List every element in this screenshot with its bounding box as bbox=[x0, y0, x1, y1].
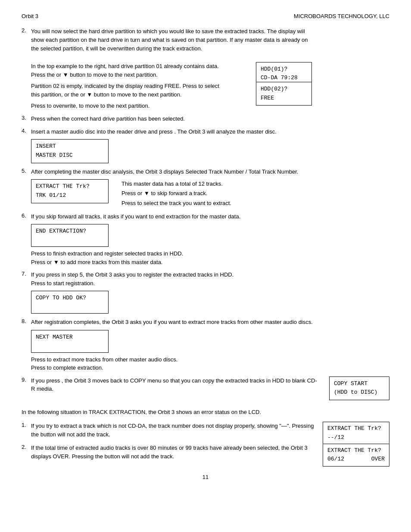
lcd-copy-hdd-line1: COPY TO HDD OK? bbox=[36, 294, 104, 303]
page-number: 11 bbox=[22, 474, 389, 480]
error-1-text: If you try to extract a track which is n… bbox=[31, 423, 314, 438]
lcd-extract-trk-line1: EXTRACT THE Trk? bbox=[36, 182, 104, 191]
item-7-body: If you press in step 5, the Orbit 3 asks… bbox=[31, 271, 389, 314]
lcd-error1-line1: EXTRACT THE Trk? bbox=[327, 424, 385, 433]
lcd-insert-master: INSERT MASTER DISC bbox=[31, 139, 109, 163]
lcd-copy-start: COPY START (HDD to DISC) bbox=[329, 376, 389, 401]
item-4: 4. Insert a master audio disc into the r… bbox=[22, 128, 389, 163]
lcd-hdd02: HDD(02)? FREE bbox=[256, 82, 312, 106]
item-6-text: If you skip forward all tracks, it asks … bbox=[31, 213, 240, 220]
lcd-next-master-line1: NEXT MASTER bbox=[36, 333, 104, 342]
lcd-error2-line1: EXTRACT THE Trk? bbox=[327, 446, 385, 455]
item-8-text: After registration completes, the Orbit … bbox=[31, 319, 313, 325]
item-9-body: If you press , the Orbit 3 moves back to… bbox=[31, 376, 389, 401]
error-item-1: 1. If you try to extract a track which i… bbox=[22, 422, 389, 439]
error-1-body: If you try to extract a track which is n… bbox=[31, 422, 389, 439]
item-6-press2: Press or ▼ to add more tracks from this … bbox=[31, 258, 389, 267]
lcd-extract-trk: EXTRACT THE Trk? TRK 01/12 bbox=[31, 179, 109, 203]
item-7-press1: Press to start registration. bbox=[31, 280, 95, 286]
lcd-extract-trk-line2: TRK 01/12 bbox=[36, 191, 104, 200]
error-1-number: 1. bbox=[22, 422, 28, 439]
lcd-copy-start-line1: COPY START bbox=[334, 380, 385, 389]
item-2-intro: You will now select the hard drive parti… bbox=[31, 28, 308, 52]
item-8-press1: Press to extract more tracks from other … bbox=[31, 355, 389, 364]
header-left: Orbit 3 bbox=[22, 13, 38, 19]
item-6-number: 6. bbox=[22, 212, 28, 266]
page-header: Orbit 3 MICROBOARDS TECHNOLOGY, LLC bbox=[22, 13, 389, 19]
error-2-number: 2. bbox=[22, 444, 28, 461]
header-right: MICROBOARDS TECHNOLOGY, LLC bbox=[294, 13, 389, 19]
item-6-press1: Press to finish extraction and register … bbox=[31, 249, 389, 258]
item-6-body: If you skip forward all tracks, it asks … bbox=[31, 212, 389, 266]
item-8-body: After registration completes, the Orbit … bbox=[31, 318, 389, 372]
lcd-insert-line1: INSERT bbox=[36, 142, 104, 151]
item-9: 9. If you press , the Orbit 3 moves back… bbox=[22, 376, 389, 401]
error-intro: In the following situation in TRACK EXTR… bbox=[22, 408, 389, 417]
item-2-para2: Partition 02 is empty, indicated by the … bbox=[31, 83, 219, 98]
lcd-error2: EXTRACT THE Trk? 06/12 OVER bbox=[323, 444, 389, 467]
item-7-number: 7. bbox=[22, 271, 28, 314]
error-2-text: If the total time of extracted audio tra… bbox=[31, 445, 308, 460]
item-2-para1: In the top example to the right, hard dr… bbox=[31, 63, 219, 78]
error-section: In the following situation in TRACK EXTR… bbox=[22, 408, 389, 461]
lcd-copy-start-line2: (HDD to DISC) bbox=[334, 388, 385, 397]
lcd-insert-line2: MASTER DISC bbox=[36, 151, 104, 160]
item-7-text: If you press in step 5, the Orbit 3 asks… bbox=[31, 271, 234, 278]
lcd-hdd02-line1: HDD(02)? bbox=[261, 85, 307, 94]
item-8-press2: Press to complete extraction. bbox=[31, 364, 389, 372]
item-5-body: After completing the master disc analysi… bbox=[31, 168, 389, 208]
item-5-text: After completing the master disc analysi… bbox=[31, 168, 298, 175]
item-4-number: 4. bbox=[22, 128, 28, 163]
item-5-right: This master data has a total of 12 track… bbox=[121, 179, 231, 208]
lcd-error2-over: OVER bbox=[371, 455, 385, 464]
lcd-hdd01-line1: HDD(01)? bbox=[261, 65, 307, 74]
item-9-number: 9. bbox=[22, 376, 28, 401]
item-2-number: 2. bbox=[22, 27, 28, 110]
item-5-right-line3: Press to select the track you want to ex… bbox=[121, 199, 231, 208]
item-2-body: You will now select the hard drive parti… bbox=[31, 27, 389, 110]
item-8-number: 8. bbox=[22, 318, 28, 372]
lcd-end-extraction: END EXTRACTION? bbox=[31, 224, 109, 247]
item-5-right-line1: This master data has a total of 12 track… bbox=[121, 179, 231, 189]
item-5-number: 5. bbox=[22, 168, 28, 208]
item-2: 2. You will now select the hard drive pa… bbox=[22, 27, 389, 110]
item-5: 5. After completing the master disc anal… bbox=[22, 168, 389, 208]
lcd-error1: EXTRACT THE Trk? --/12 bbox=[323, 422, 389, 445]
content: 2. You will now select the hard drive pa… bbox=[22, 27, 389, 461]
item-6: 6. If you skip forward all tracks, it as… bbox=[22, 212, 389, 266]
page: Orbit 3 MICROBOARDS TECHNOLOGY, LLC 2. Y… bbox=[0, 0, 411, 532]
item-7: 7. If you press in step 5, the Orbit 3 a… bbox=[22, 271, 389, 314]
item-4-text: Insert a master audio disc into the read… bbox=[31, 128, 277, 135]
error-2-body: If the total time of extracted audio tra… bbox=[31, 444, 389, 461]
item-3-number: 3. bbox=[22, 115, 28, 123]
item-4-body: Insert a master audio disc into the read… bbox=[31, 128, 389, 163]
lcd-end-extraction-line1: END EXTRACTION? bbox=[36, 227, 104, 236]
item-9-text: If you press , the Orbit 3 moves back to… bbox=[31, 376, 321, 393]
item-3-body: Press when the correct hard drive partit… bbox=[31, 115, 389, 123]
lcd-hdd02-line2: FREE bbox=[261, 94, 307, 103]
error-item-2: 2. If the total time of extracted audio … bbox=[22, 444, 389, 461]
item-8: 8. After registration completes, the Orb… bbox=[22, 318, 389, 372]
item-5-right-line2: Press or ▼ to skip forward a track. bbox=[121, 189, 231, 198]
lcd-error1-line2: --/12 bbox=[327, 433, 385, 442]
lcd-copy-hdd: COPY TO HDD OK? bbox=[31, 291, 109, 314]
lcd-error2-line2: 06/12 bbox=[327, 455, 344, 464]
item-3: 3. Press when the correct hard drive par… bbox=[22, 115, 389, 123]
lcd-next-master: NEXT MASTER bbox=[31, 330, 109, 353]
